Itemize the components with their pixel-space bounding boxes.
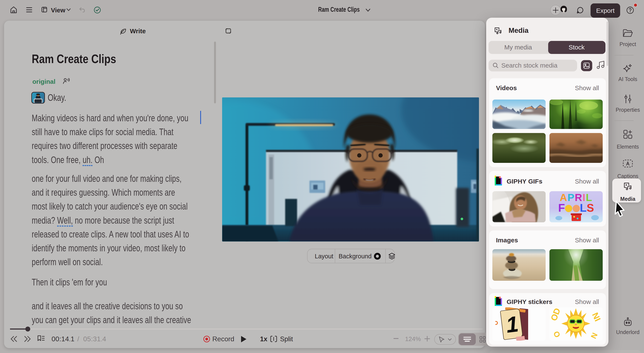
svg-text:N: N — [589, 331, 599, 340]
svg-text:NI: NI — [590, 311, 602, 323]
svg-text:OD: OD — [550, 307, 562, 322]
svg-text:O: O — [552, 330, 562, 339]
